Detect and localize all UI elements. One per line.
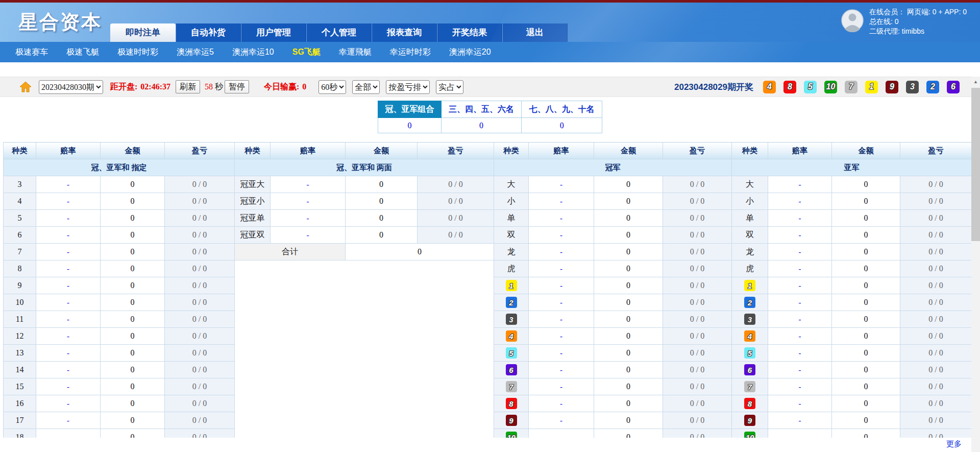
subnav-item-3[interactable]: 澳洲幸运5 xyxy=(177,47,214,58)
odds-cell-g2[interactable]: - xyxy=(529,395,594,412)
odds-cell-g0[interactable]: - xyxy=(36,244,101,260)
bet-type-cell-g0: 10 xyxy=(4,294,36,311)
odds-cell-g3[interactable]: - xyxy=(768,260,832,277)
subnav-item-1[interactable]: 极速飞艇 xyxy=(66,47,99,58)
summary-tab-1[interactable]: 三、四、五、六名 xyxy=(441,101,522,118)
odds-cell-g3[interactable]: - xyxy=(768,328,832,345)
interval-select[interactable]: 60秒 xyxy=(318,80,346,94)
main-tab-1[interactable]: 自动补货 xyxy=(176,23,241,42)
winloss-cell-g1: 0 / 0 xyxy=(418,193,494,210)
main-tab-2[interactable]: 用户管理 xyxy=(241,23,306,42)
mode-select[interactable]: 实占 xyxy=(436,80,463,94)
amount-cell-g1: 0 xyxy=(346,210,418,227)
odds-cell-g2[interactable]: - xyxy=(529,378,594,395)
odds-cell-g3[interactable]: - xyxy=(768,210,832,227)
odds-cell-g0[interactable]: - xyxy=(36,260,101,277)
subnav-item-6[interactable]: 幸運飛艇 xyxy=(339,47,372,58)
winloss-cell-g3: 0 / 0 xyxy=(900,362,972,378)
winloss-cell-g0: 0 / 0 xyxy=(165,244,235,260)
subnav-item-7[interactable]: 幸运时时彩 xyxy=(390,47,431,58)
odds-cell-g3[interactable]: - xyxy=(768,277,832,294)
odds-cell-g0[interactable]: - xyxy=(36,429,101,438)
odds-cell-g3[interactable]: - xyxy=(768,193,832,210)
odds-cell-g2[interactable]: - xyxy=(529,328,594,345)
subnav-item-0[interactable]: 极速赛车 xyxy=(15,47,48,58)
odds-cell-g2[interactable]: - xyxy=(529,277,594,294)
odds-cell-g1[interactable]: - xyxy=(271,227,346,244)
period-select[interactable]: 20230428030期 xyxy=(39,80,103,94)
amount-cell-g1: 0 xyxy=(346,176,418,193)
summary-tab-2[interactable]: 七、八、九、十名 xyxy=(522,101,602,118)
odds-cell-g2[interactable]: - xyxy=(529,311,594,328)
amount-cell-g2: 0 xyxy=(594,311,663,328)
odds-cell-g0[interactable]: - xyxy=(36,412,101,429)
odds-cell-g0[interactable]: - xyxy=(36,176,101,193)
odds-cell-g0[interactable]: - xyxy=(36,345,101,362)
sort-select[interactable]: 按盈亏排 xyxy=(386,80,430,94)
odds-cell-g1[interactable]: - xyxy=(271,176,346,193)
countdown-value: 02:46:37 xyxy=(140,82,170,91)
amount-cell-g3: 0 xyxy=(832,244,900,260)
bet-type-cell-g0: 6 xyxy=(4,227,36,244)
summary-tab-0[interactable]: 冠、亚军组合 xyxy=(378,101,442,118)
main-tab-4[interactable]: 报表查询 xyxy=(372,23,437,42)
col-header-g3-0: 种类 xyxy=(732,142,768,159)
odds-cell-g2[interactable]: - xyxy=(529,244,594,260)
odds-cell-g3[interactable]: - xyxy=(768,244,832,260)
odds-cell-g2[interactable]: - xyxy=(529,345,594,362)
bet-type-cell-g0: 12 xyxy=(4,328,36,345)
subnav-item-2[interactable]: 极速时时彩 xyxy=(117,47,158,58)
main-tab-5[interactable]: 开奖结果 xyxy=(437,23,502,42)
odds-cell-g0[interactable]: - xyxy=(36,227,101,244)
odds-cell-g3[interactable]: - xyxy=(768,176,832,193)
odds-cell-g0[interactable]: - xyxy=(36,294,101,311)
odds-cell-g3[interactable]: - xyxy=(768,362,832,378)
more-link[interactable]: 更多 xyxy=(946,439,962,449)
main-tab-6[interactable]: 退出 xyxy=(502,23,568,42)
odds-cell-g2[interactable]: - xyxy=(529,227,594,244)
summary-value-0: 0 xyxy=(378,118,442,133)
odds-cell-g3[interactable]: - xyxy=(768,345,832,362)
vertical-scrollbar[interactable]: ▲ xyxy=(971,77,980,452)
odds-cell-g0[interactable]: - xyxy=(36,395,101,412)
odds-cell-g3[interactable]: - xyxy=(768,294,832,311)
odds-cell-g3[interactable]: - xyxy=(768,227,832,244)
odds-cell-g1[interactable]: - xyxy=(271,193,346,210)
winloss-cell-g0: 0 / 0 xyxy=(165,176,235,193)
odds-cell-g0[interactable]: - xyxy=(36,311,101,328)
odds-cell-g2[interactable]: - xyxy=(529,412,594,429)
subnav-item-4[interactable]: 澳洲幸运10 xyxy=(232,47,274,58)
filter-select[interactable]: 全部 xyxy=(352,80,380,94)
subnav-item-8[interactable]: 澳洲幸运20 xyxy=(449,47,491,58)
scrollbar-thumb[interactable] xyxy=(971,88,980,241)
odds-cell-g3[interactable]: - xyxy=(768,311,832,328)
main-tab-3[interactable]: 个人管理 xyxy=(306,23,372,42)
odds-cell-g2[interactable]: - xyxy=(529,176,594,193)
odds-cell-g3[interactable]: - xyxy=(768,429,832,438)
odds-cell-g0[interactable]: - xyxy=(36,193,101,210)
bet-type-cell-g0: 7 xyxy=(4,244,36,260)
odds-cell-g0[interactable]: - xyxy=(36,210,101,227)
scrollbar-up-arrow-icon[interactable]: ▲ xyxy=(971,77,980,87)
main-tab-0[interactable]: 即时注单 xyxy=(110,23,176,42)
odds-cell-g3[interactable]: - xyxy=(768,412,832,429)
odds-cell-g2[interactable]: - xyxy=(529,429,594,438)
odds-cell-g2[interactable]: - xyxy=(529,193,594,210)
odds-cell-g0[interactable]: - xyxy=(36,362,101,378)
subnav-item-5[interactable]: SG飞艇 xyxy=(292,47,321,58)
odds-cell-g2[interactable]: - xyxy=(529,294,594,311)
pause-button[interactable]: 暂停 xyxy=(225,80,249,93)
odds-cell-g2[interactable]: - xyxy=(529,210,594,227)
odds-cell-g0[interactable]: - xyxy=(36,328,101,345)
odds-cell-g3[interactable]: - xyxy=(768,395,832,412)
odds-cell-g1[interactable]: - xyxy=(271,210,346,227)
empty-filler-cell xyxy=(235,260,494,438)
home-icon[interactable] xyxy=(19,81,32,93)
odds-cell-g2[interactable]: - xyxy=(529,260,594,277)
odds-cell-g0[interactable]: - xyxy=(36,378,101,395)
bet-type-cell-g0: 9 xyxy=(4,277,36,294)
odds-cell-g2[interactable]: - xyxy=(529,362,594,378)
odds-cell-g0[interactable]: - xyxy=(36,277,101,294)
refresh-button[interactable]: 刷新 xyxy=(176,80,200,93)
odds-cell-g3[interactable]: - xyxy=(768,378,832,395)
